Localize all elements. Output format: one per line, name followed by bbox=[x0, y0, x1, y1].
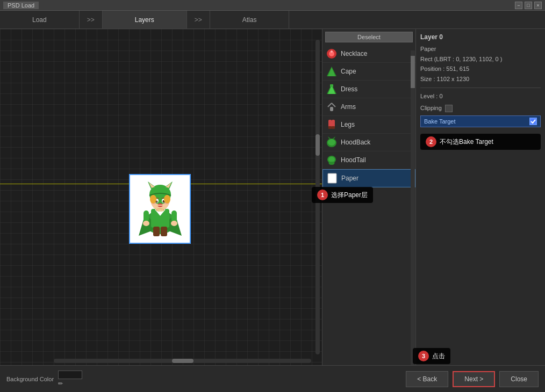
layer-icon-necklace bbox=[326, 48, 338, 60]
svg-point-27 bbox=[143, 221, 149, 226]
bottom-bar: Background Color ✏ < Back Next > Close bbox=[0, 365, 545, 392]
clipping-row: Clipping bbox=[420, 103, 541, 113]
svg-point-24 bbox=[164, 195, 170, 204]
svg-rect-26 bbox=[171, 210, 177, 222]
layer-name-hoodback: HoodBack bbox=[341, 139, 370, 146]
svg-rect-25 bbox=[144, 210, 149, 222]
bake-target-checkbox[interactable] bbox=[529, 118, 537, 125]
tooltip-select-paper: 1 选择Paper层 bbox=[312, 187, 373, 203]
layer-item-hoodtail[interactable]: HoodTail bbox=[322, 151, 415, 169]
layer-item-hoodback[interactable]: HoodBack bbox=[322, 134, 415, 151]
svg-rect-22 bbox=[157, 205, 163, 206]
layer-icon-cape bbox=[326, 66, 338, 77]
clipping-checkbox[interactable] bbox=[445, 105, 453, 112]
window-controls: − □ × bbox=[515, 2, 542, 9]
svg-rect-42 bbox=[330, 107, 333, 111]
svg-rect-46 bbox=[332, 126, 335, 129]
bake-target-label: Bake Target bbox=[424, 118, 456, 125]
bottom-buttons: < Back Next > Close bbox=[406, 371, 539, 387]
layer-item-cape[interactable]: Cape bbox=[322, 63, 415, 81]
layers-scroll-handle[interactable] bbox=[411, 56, 415, 88]
svg-rect-29 bbox=[153, 227, 160, 236]
svg-rect-30 bbox=[161, 227, 167, 236]
close-button[interactable]: Close bbox=[499, 371, 539, 387]
props-rect: Rect (LBRT : 0, 1230, 1102, 0 ) bbox=[420, 54, 541, 64]
layer-item-paper[interactable]: Paper bbox=[322, 169, 415, 187]
layer-item-legs[interactable]: Legs bbox=[322, 116, 415, 134]
layer-icon-hoodback bbox=[326, 136, 338, 148]
layer-icon-paper bbox=[326, 172, 338, 184]
svg-line-40 bbox=[328, 103, 332, 107]
step1-circle: 1 bbox=[317, 190, 328, 200]
app-title: PSD Load bbox=[3, 2, 39, 9]
svg-rect-44 bbox=[332, 120, 335, 127]
character-svg bbox=[136, 179, 184, 238]
step3-text: 点击 bbox=[432, 352, 445, 361]
step1-text: 选择Paper层 bbox=[331, 191, 368, 200]
layer-item-dress[interactable]: Dress bbox=[322, 81, 415, 98]
layer-icon-dress bbox=[326, 83, 338, 95]
svg-rect-43 bbox=[328, 120, 332, 127]
props-divider bbox=[420, 88, 541, 88]
layer-name-arms: Arms bbox=[341, 103, 356, 111]
title-bar: PSD Load − □ × bbox=[0, 0, 545, 11]
step3-circle: 3 bbox=[418, 351, 429, 361]
layer-item-arms[interactable]: Arms bbox=[322, 98, 415, 116]
bake-checkbox-icon bbox=[530, 118, 536, 125]
tab-arrow-2: >> bbox=[187, 11, 210, 28]
props-layer-title: Layer 0 bbox=[420, 33, 541, 41]
canvas-scrollbar-v-handle[interactable] bbox=[315, 134, 320, 156]
main-layout: Load >> Layers >> Atlas bbox=[0, 11, 545, 392]
svg-marker-49 bbox=[328, 136, 331, 139]
canvas-scrollbar-h-handle[interactable] bbox=[172, 359, 193, 363]
step2-text: 不勾选Bake Target bbox=[440, 137, 493, 147]
bake-target-row[interactable]: Bake Target bbox=[420, 115, 541, 127]
props-layer-name: Paper bbox=[420, 44, 541, 54]
maximize-button[interactable]: □ bbox=[525, 2, 532, 9]
layer-icon-legs bbox=[326, 119, 338, 130]
svg-point-48 bbox=[328, 139, 335, 146]
svg-point-52 bbox=[328, 157, 335, 162]
bg-color-section: Background Color ✏ bbox=[6, 371, 82, 387]
layer-name-cape: Cape bbox=[341, 68, 356, 75]
tab-load[interactable]: Load bbox=[0, 11, 80, 28]
layer-name-paper: Paper bbox=[341, 175, 358, 182]
minimize-button[interactable]: − bbox=[515, 2, 522, 9]
svg-line-41 bbox=[332, 103, 335, 107]
svg-point-28 bbox=[171, 221, 177, 226]
props-size: Size : 1102 x 1230 bbox=[420, 74, 541, 84]
svg-marker-50 bbox=[332, 136, 335, 139]
back-button[interactable]: < Back bbox=[406, 371, 448, 387]
tab-layers[interactable]: Layers bbox=[103, 11, 187, 28]
svg-rect-53 bbox=[328, 173, 336, 183]
layer-icon-arms bbox=[326, 101, 338, 113]
props-level: Level : 0 bbox=[420, 91, 541, 101]
tooltip-click: 3 点击 bbox=[413, 348, 450, 364]
layer-item-necklace[interactable]: Necklace bbox=[322, 45, 415, 63]
deselect-button[interactable]: Deselect bbox=[325, 32, 413, 42]
svg-point-34 bbox=[331, 50, 333, 53]
step2-circle: 2 bbox=[426, 136, 436, 147]
clipping-label: Clipping bbox=[420, 103, 442, 113]
bg-color-swatch[interactable] bbox=[58, 371, 82, 379]
svg-point-23 bbox=[150, 195, 156, 204]
canvas-scrollbar-h[interactable] bbox=[54, 359, 311, 363]
tab-arrow-1: >> bbox=[80, 11, 103, 28]
layer-name-dress: Dress bbox=[341, 85, 357, 93]
color-picker-icon[interactable]: ✏ bbox=[58, 380, 82, 387]
svg-rect-39 bbox=[330, 84, 333, 87]
props-position: Position : 551, 615 bbox=[420, 64, 541, 74]
tab-bar: Load >> Layers >> Atlas bbox=[0, 11, 545, 29]
canvas-area[interactable] bbox=[0, 29, 322, 365]
properties-panel: Layer 0 Paper Rect (LBRT : 0, 1230, 1102… bbox=[416, 29, 545, 365]
close-window-button[interactable]: × bbox=[534, 2, 542, 9]
tab-atlas[interactable]: Atlas bbox=[210, 11, 290, 28]
layers-list: Necklace Cape bbox=[322, 45, 415, 365]
tooltip-bake-target: 2 不勾选Bake Target bbox=[420, 134, 541, 150]
title-bar-left: PSD Load bbox=[3, 2, 39, 9]
svg-point-15 bbox=[156, 200, 157, 201]
layers-scroll-indicator[interactable] bbox=[411, 50, 415, 365]
layer-name-hoodtail: HoodTail bbox=[341, 156, 366, 164]
next-button[interactable]: Next > bbox=[453, 371, 495, 387]
layer-name-necklace: Necklace bbox=[341, 50, 367, 57]
